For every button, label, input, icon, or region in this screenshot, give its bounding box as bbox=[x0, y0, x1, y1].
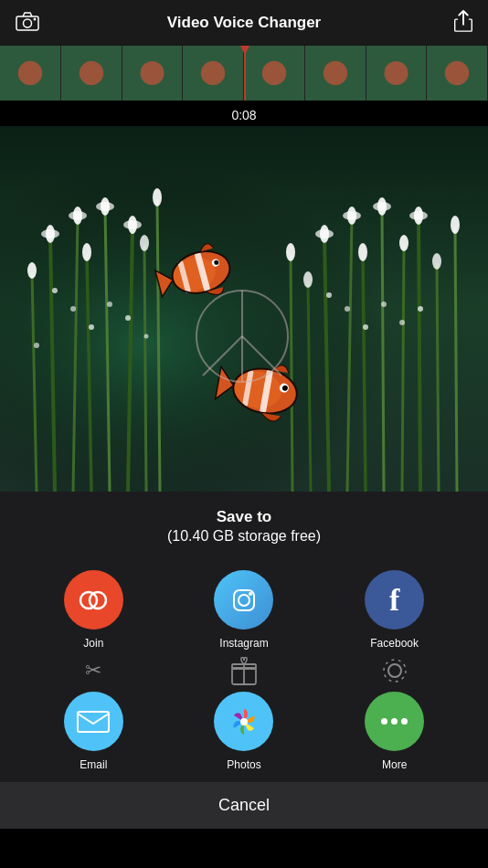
svg-point-40 bbox=[125, 315, 131, 321]
svg-point-61 bbox=[418, 306, 423, 312]
svg-line-20 bbox=[455, 227, 457, 492]
video-scene bbox=[0, 126, 488, 492]
instagram-label: Instagram bbox=[219, 637, 268, 650]
svg-point-54 bbox=[303, 271, 313, 288]
email-circle[interactable] bbox=[64, 692, 123, 751]
tool-right bbox=[349, 655, 440, 686]
save-subtitle: (10.40 GB storage free) bbox=[18, 528, 470, 545]
instagram-icon bbox=[229, 586, 259, 615]
svg-point-37 bbox=[89, 324, 94, 330]
svg-point-30 bbox=[27, 262, 37, 279]
svg-point-91 bbox=[240, 718, 248, 725]
svg-point-33 bbox=[140, 235, 149, 251]
svg-point-29 bbox=[96, 202, 114, 211]
settings-icon bbox=[379, 655, 410, 686]
save-panel: Save to (10.40 GB storage free) bbox=[0, 492, 488, 556]
svg-point-59 bbox=[381, 302, 387, 307]
svg-point-83 bbox=[239, 595, 249, 606]
email-icon bbox=[77, 711, 110, 733]
time-display: 0:08 bbox=[0, 101, 488, 126]
scissors-icon: ✂ bbox=[85, 659, 101, 683]
camera-button[interactable] bbox=[15, 11, 40, 35]
svg-point-89 bbox=[384, 660, 406, 682]
svg-point-57 bbox=[345, 306, 350, 312]
svg-point-34 bbox=[153, 188, 162, 206]
svg-point-84 bbox=[249, 592, 252, 596]
svg-point-1 bbox=[24, 19, 32, 27]
share-button[interactable] bbox=[453, 9, 473, 37]
facebook-circle[interactable]: f bbox=[365, 570, 424, 630]
svg-point-88 bbox=[388, 664, 401, 677]
svg-point-49 bbox=[399, 235, 408, 251]
svg-point-51 bbox=[409, 211, 428, 220]
facebook-label: Facebook bbox=[370, 637, 419, 650]
svg-rect-90 bbox=[78, 712, 109, 732]
svg-point-35 bbox=[52, 288, 58, 293]
svg-point-39 bbox=[34, 343, 39, 348]
svg-point-36 bbox=[70, 306, 76, 312]
svg-point-48 bbox=[373, 202, 391, 211]
share-row-2: Email Photos More bbox=[0, 692, 488, 782]
more-label: More bbox=[382, 758, 407, 771]
svg-point-46 bbox=[358, 243, 367, 261]
svg-line-22 bbox=[291, 254, 292, 492]
svg-point-55 bbox=[286, 243, 295, 261]
video-player[interactable] bbox=[0, 126, 488, 492]
join-share-item[interactable]: Join bbox=[48, 570, 139, 650]
svg-point-60 bbox=[399, 320, 405, 325]
time-value: 0:08 bbox=[231, 108, 256, 122]
svg-point-2 bbox=[34, 18, 37, 21]
instagram-circle[interactable] bbox=[214, 570, 273, 630]
share-row-1: Join Instagram f Facebook bbox=[0, 556, 488, 650]
svg-line-19 bbox=[437, 263, 439, 492]
page-title: Video Voice Changer bbox=[167, 14, 321, 32]
svg-point-38 bbox=[107, 302, 112, 307]
tools-row: ✂ bbox=[0, 650, 488, 692]
more-share-item[interactable]: More bbox=[349, 692, 440, 771]
photos-share-item[interactable]: Photos bbox=[198, 692, 290, 771]
photos-circle[interactable] bbox=[214, 692, 273, 751]
svg-point-45 bbox=[343, 211, 361, 220]
svg-point-58 bbox=[363, 324, 368, 330]
svg-point-27 bbox=[82, 243, 91, 261]
save-title: Save to bbox=[18, 508, 470, 526]
photos-icon bbox=[228, 705, 260, 738]
svg-point-56 bbox=[326, 292, 332, 298]
svg-line-17 bbox=[402, 245, 404, 492]
svg-point-53 bbox=[451, 216, 460, 234]
join-icon bbox=[79, 586, 108, 615]
header: Video Voice Changer bbox=[0, 0, 488, 46]
photos-label: Photos bbox=[227, 758, 260, 771]
more-icon bbox=[381, 718, 408, 725]
cancel-button[interactable]: Cancel bbox=[0, 782, 488, 829]
more-circle[interactable] bbox=[365, 692, 424, 751]
svg-line-16 bbox=[382, 208, 384, 492]
gift-icon bbox=[228, 655, 260, 686]
svg-point-32 bbox=[123, 220, 142, 229]
svg-point-43 bbox=[315, 229, 334, 238]
timeline-playhead[interactable] bbox=[244, 46, 246, 101]
join-circle[interactable] bbox=[64, 570, 123, 630]
facebook-icon: f bbox=[389, 583, 399, 618]
svg-point-24 bbox=[41, 229, 59, 238]
svg-point-26 bbox=[69, 211, 87, 220]
join-label: Join bbox=[83, 637, 103, 650]
tool-left: ✂ bbox=[48, 659, 139, 683]
instagram-share-item[interactable]: Instagram bbox=[198, 570, 290, 650]
email-share-item[interactable]: Email bbox=[48, 692, 139, 771]
tool-center bbox=[198, 655, 290, 686]
svg-point-52 bbox=[432, 253, 441, 270]
timeline-strip[interactable] bbox=[0, 46, 488, 101]
svg-point-41 bbox=[144, 334, 149, 339]
svg-line-11 bbox=[144, 245, 146, 492]
svg-line-18 bbox=[419, 217, 420, 492]
email-label: Email bbox=[80, 758, 107, 771]
facebook-share-item[interactable]: f Facebook bbox=[349, 570, 440, 650]
